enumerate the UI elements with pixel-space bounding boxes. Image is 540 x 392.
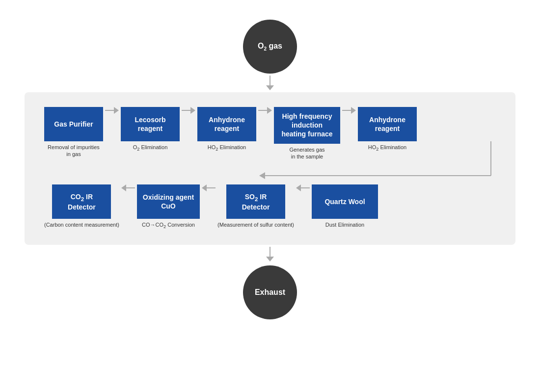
lecosorb-label: O2 Elimination [133, 144, 168, 153]
o2-gas-label: O2 gas [258, 42, 282, 52]
gas-purifier-cell: Gas Purifier Removal of impuritiesin gas [44, 107, 103, 158]
co2-detector-cell: CO2 IRDetector (Carbon content measureme… [44, 184, 119, 228]
anhydrone1-cell: Anhydronereagent HO2 Elimination [197, 107, 256, 153]
o2-gas-circle: O2 gas [243, 20, 297, 74]
lecosorb-cell: Lecosorbreagent O2 Elimination [121, 107, 180, 153]
so2-detector-label: (Measurement of sulfur content) [217, 221, 294, 228]
anhydrone1-label: HO2 Elimination [208, 144, 246, 153]
gas-purifier-label: Removal of impuritiesin gas [48, 144, 100, 158]
quartz-wool-box: Quartz Wool [312, 184, 378, 219]
arrow-r2 [182, 107, 195, 114]
arrow-top [266, 76, 274, 90]
oxidizing-agent-box: Oxidizing agentCuO [137, 184, 200, 219]
oxidizing-agent-label: CO→CO2 Conversion [142, 221, 195, 230]
arrow-l2 [202, 184, 216, 191]
exhaust-circle: Exhaust [243, 265, 297, 319]
gas-purifier-box: Gas Purifier [44, 107, 103, 141]
arrow-l3 [296, 184, 310, 191]
anhydrone2-label: HO2 Elimination [368, 144, 406, 153]
arrow-l1 [121, 184, 135, 191]
arrow-r3 [258, 107, 272, 114]
co2-detector-label: (Carbon content measurement) [44, 221, 119, 228]
arrow-r4 [342, 107, 356, 114]
lecosorb-box: Lecosorbreagent [121, 107, 180, 141]
arrow-r1 [105, 107, 119, 114]
co2-detector-box: CO2 IRDetector [52, 184, 111, 219]
arrow-bottom [266, 247, 274, 261]
oxidizing-agent-cell: Oxidizing agentCuO CO→CO2 Conversion [137, 184, 200, 230]
anhydrone2-cell: Anhydronereagent HO2 Elimination [358, 107, 417, 153]
anhydrone1-box: Anhydronereagent [197, 107, 256, 141]
hf-furnace-cell: High frequencyinductionheating furnace G… [274, 107, 340, 160]
quartz-wool-cell: Quartz Wool Dust Elimination [312, 184, 378, 228]
hf-furnace-box: High frequencyinductionheating furnace [274, 107, 340, 144]
anhydrone2-box: Anhydronereagent [358, 107, 417, 141]
quartz-wool-label: Dust Elimination [325, 221, 364, 228]
so2-detector-cell: SO2 IRDetector (Measurement of sulfur co… [217, 184, 294, 228]
flow-container: Gas Purifier Removal of impuritiesin gas… [25, 92, 515, 245]
hf-furnace-label: Generates gasin the sample [289, 146, 324, 160]
so2-detector-box: SO2 IRDetector [226, 184, 285, 219]
exhaust-label: Exhaust [255, 288, 285, 297]
